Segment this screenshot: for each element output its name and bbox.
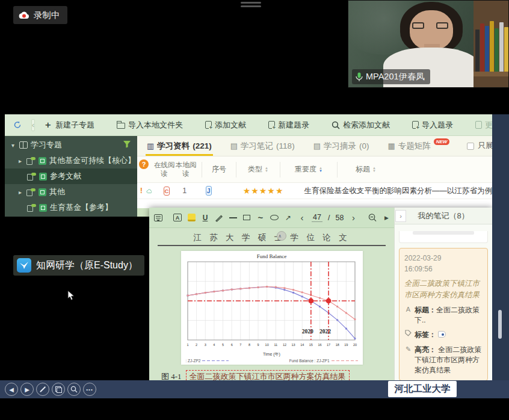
tabs-bar: ▥ 学习资料(221) ▤ 学习笔记(118) ▤ 学习摘录(0) ▦ 专题矩阵… (137, 136, 492, 156)
legend-label-zp2: : ZJ-ZP2 (186, 359, 201, 363)
scrollbar-thumb[interactable] (498, 310, 502, 339)
import-records-button[interactable]: + 导入题录 (412, 120, 453, 131)
new-record-button[interactable]: + 新建题录 (268, 120, 309, 131)
microphone-icon (356, 72, 363, 82)
caret-right-icon[interactable]: ▸ (17, 158, 23, 164)
window-drag-handle[interactable] (241, 2, 261, 9)
tab-study-excerpts[interactable]: ▤ 学习摘录(0) (312, 136, 371, 156)
row-seq: 1 (177, 187, 193, 195)
collapse-panel-button[interactable]: ‹ (31, 119, 35, 131)
svg-text:2020: 2020 (301, 329, 313, 335)
help-icon[interactable]: ? (139, 159, 149, 169)
journal-type-badge: J (206, 186, 212, 196)
topics-book-icon (19, 141, 28, 149)
row-title[interactable]: 生育保险基金收支平衡的影响因素分析——以江苏省为例 (304, 186, 492, 196)
svg-text:7: 7 (239, 343, 241, 347)
literature-list-panel: ▥ 学习资料(221) ▤ 学习笔记(118) ▤ 学习摘录(0) ▦ 专题矩阵… (137, 136, 492, 217)
ellipse-tool-icon[interactable] (270, 215, 279, 220)
search-icon (332, 121, 340, 129)
header-rule (158, 245, 386, 246)
windows-button[interactable] (52, 383, 65, 396)
squiggle-tool-icon[interactable]: ~ (256, 213, 265, 223)
svg-text:9: 9 (257, 343, 259, 347)
col-local-read[interactable]: 本地阅读 (175, 161, 197, 177)
note-card[interactable]: 2022-03-29 16:09:56 全面二孩政策下镇江市市区两种方案仿真结果… (399, 248, 488, 380)
tab-study-materials[interactable]: ▥ 学习资料(221) (146, 136, 213, 156)
cloud-online-icon[interactable] (146, 187, 152, 195)
col-title[interactable]: 标题 ▲▼ (356, 164, 376, 174)
sidebar-item-references[interactable]: 参考文献 (5, 168, 137, 184)
sidebar-item-other[interactable]: ▸ 其他 (5, 184, 137, 200)
prev-button[interactable]: ◀ (5, 383, 18, 396)
caption-prefix: 图 4-1 (161, 371, 182, 380)
col-online-read[interactable]: 在线阅读 (153, 161, 175, 177)
next-button[interactable]: ▶ (20, 383, 34, 396)
more-button[interactable]: ••• (83, 383, 96, 396)
svg-text:5: 5 (221, 343, 223, 347)
line-tool-icon[interactable] (229, 217, 237, 218)
sidebar-item-fertility-fund[interactable]: 生育基金【参考】 (5, 200, 137, 215)
caret-right-icon[interactable]: ▸ (17, 189, 23, 196)
search-add-literature-button[interactable]: 检索添加文献 (332, 120, 390, 131)
note-time: 16:09:56 (404, 264, 483, 274)
mouse-cursor (67, 290, 75, 303)
folder-icon (117, 123, 125, 129)
arrow-tool-icon[interactable]: ↗ (284, 213, 292, 223)
prev-page-icon[interactable]: ‹ (298, 213, 306, 223)
topic-icon (39, 173, 47, 181)
note-card-partial[interactable] (399, 231, 488, 243)
show-current-topic-checkbox[interactable] (467, 143, 474, 150)
collapse-notes-button[interactable]: › (395, 210, 406, 222)
highlight-icon[interactable] (188, 214, 196, 221)
add-literature-button[interactable]: + 添加文献 (205, 120, 246, 131)
page-total: 58 (335, 214, 344, 222)
tab-topic-matrix[interactable]: ▦ 专题矩阵 NEW (386, 136, 451, 156)
caption-highlight-box[interactable]: 全面二孩政策下镇江市市区两种方案仿真结果 (186, 370, 350, 380)
play-icon[interactable]: ▶ (382, 213, 390, 223)
collapse-button[interactable]: ∧ (277, 231, 286, 241)
table-row[interactable]: ! C 1 J ★★★★★ 生育保险基金收支平衡的影响因素分析——以江苏省为例 (137, 183, 492, 199)
page-number-input[interactable]: 47 (312, 213, 322, 222)
magnifier-button[interactable] (67, 383, 81, 396)
rectangle-tool-icon[interactable] (243, 215, 250, 220)
underline-icon[interactable]: U (201, 213, 209, 223)
cnki-researcher-icon (17, 258, 31, 273)
zoom-out-icon[interactable] (368, 213, 377, 223)
comment-icon[interactable] (154, 214, 162, 221)
annotate-pen-button[interactable] (36, 383, 49, 396)
text-note-icon[interactable]: A (173, 214, 182, 221)
desktop-side-strip (492, 114, 509, 380)
import-local-folder-button[interactable]: 导入本地文件夹 (117, 120, 183, 131)
svg-text:10: 10 (265, 343, 268, 347)
col-importance[interactable]: 重要度 ▲▼ (285, 164, 332, 174)
app-label-text: 知网研学（原E-Study） (36, 259, 138, 272)
sync-status-icon (26, 188, 35, 196)
sidebar-item-other-fund-sustain[interactable]: ▸ 其他基金可持续【核心】 (5, 153, 137, 168)
notes-panel-header: 我的笔记（8） (395, 208, 492, 224)
new-subtopic-button[interactable]: ＋ 新建子专题 (43, 119, 94, 131)
excerpts-icon: ▤ (313, 141, 321, 150)
col-seq[interactable]: 序号 (207, 164, 231, 174)
svg-text:13: 13 (291, 343, 295, 347)
svg-text:19: 19 (344, 343, 348, 347)
col-type[interactable]: 类型 ▲▼ (241, 164, 275, 174)
note-field-highlight: ✎ 高亮： 全面二孩政策下镇江市市区两种方案仿真结果 (404, 345, 483, 376)
svg-text:4: 4 (213, 343, 215, 347)
svg-text:3: 3 (204, 343, 206, 347)
tag-icon (404, 330, 412, 340)
refresh-icon[interactable] (13, 121, 22, 129)
sidebar-item-study-topics[interactable]: ▾ 学习专题 (5, 137, 137, 153)
next-page-icon[interactable]: › (349, 213, 357, 223)
participant-video[interactable]: MPA201伊春凤 (348, 0, 509, 88)
filter-icon[interactable] (123, 140, 131, 150)
doc-plus-icon: + (205, 121, 212, 129)
tab-study-notes[interactable]: ▤ 学习笔记(118) (229, 136, 296, 156)
note-quote: 全面二孩政策下镇江市市区两种方案仿真结果 (404, 278, 483, 301)
tag-chip[interactable] (438, 331, 446, 338)
importance-stars[interactable]: ★★★★★ (243, 186, 284, 196)
recording-label: 录制中 (34, 10, 60, 21)
caret-down-icon[interactable]: ▾ (10, 142, 16, 149)
checkbox-label: 只展示本级专题下文献 (478, 141, 492, 151)
caj-file-icon[interactable]: C (164, 187, 169, 196)
pen-icon[interactable] (215, 213, 223, 223)
